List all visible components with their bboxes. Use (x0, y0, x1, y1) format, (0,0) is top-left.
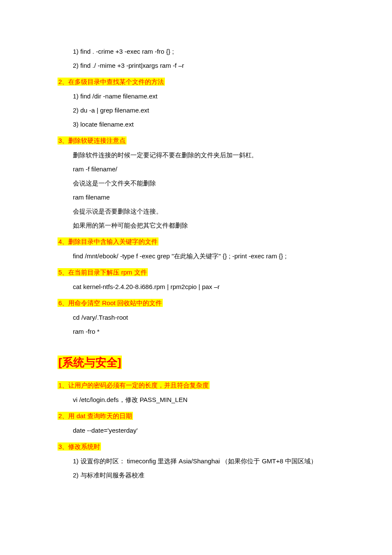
code-line: 1) find . -crime +3 -exec ram -fro {} ; (58, 46, 334, 57)
sys-heading-2: 2、用 dat 查询昨天的日期 (58, 412, 133, 420)
code-line: cd /vary/.Trash-root (58, 312, 334, 323)
document-page: 1) find . -crime +3 -exec ram -fro {} ; … (0, 0, 392, 555)
heading-row: 1、让用户的密码必须有一定的长度，并且符合复杂度 (58, 380, 334, 390)
code-line: 2) du -a | grep filename.ext (58, 105, 334, 116)
section-title-system-security: [系统与安全] (58, 356, 122, 369)
heading-row: 3、修改系统时 (58, 442, 334, 452)
heading-row: 6、用命令清空 Root 回收站中的文件 (58, 298, 334, 308)
code-line: ram -f filename/ (58, 164, 334, 174)
heading-5: 5、在当前目录下解压 rpm 文件 (58, 268, 148, 276)
code-line: 1) find /dir -name filename.ext (58, 91, 334, 101)
heading-3: 3、删除软硬连接注意点 (58, 136, 127, 145)
heading-row: 4、删除目录中含输入关键字的文件 (58, 237, 334, 247)
code-line: cat kernel-ntfs-2.4.20-8.i686.rpm | rpm2… (58, 282, 334, 292)
heading-row: 2、用 dat 查询昨天的日期 (58, 411, 334, 421)
heading-row: 2、在多级目录中查找某个文件的方法 (58, 77, 334, 87)
section-title-row: [系统与安全] (58, 354, 334, 372)
body-text: 会提示说是否要删除这个连接。 (58, 206, 334, 217)
sys-heading-3: 3、修改系统时 (58, 442, 101, 451)
heading-2: 2、在多级目录中查找某个文件的方法 (58, 78, 165, 86)
code-line: 2) find ./ -mime +3 -print|xargs ram -f … (58, 61, 334, 71)
body-text: vi /etc/login.defs，修改 PASS_MIN_LEN (58, 395, 334, 405)
heading-4: 4、删除目录中含输入关键字的文件 (58, 237, 159, 246)
sys-heading-1: 1、让用户的密码必须有一定的长度，并且符合复杂度 (58, 381, 210, 389)
code-line: date --date='yesterday' (58, 425, 334, 436)
code-line: find /mnt/ebook/ -type f -exec grep "在此输… (58, 251, 334, 261)
body-text: 1) 设置你的时区： timeconfig 里选择 Asia/Shanghai … (58, 456, 334, 466)
body-text: 如果用的第一种可能会把其它文件都删除 (58, 220, 334, 231)
body-text: 会说这是一个文件夹不能删除 (58, 178, 334, 188)
code-line: 3) locate filename.ext (58, 119, 334, 130)
heading-6: 6、用命令清空 Root 回收站中的文件 (58, 299, 163, 307)
code-line: ram -fro * (58, 327, 334, 337)
body-text: 2) 与标准时间服务器校准 (58, 470, 334, 480)
heading-row: 3、删除软硬连接注意点 (58, 136, 334, 146)
code-line: ram filename (58, 192, 334, 202)
body-text: 删除软件连接的时候一定要记得不要在删除的文件夹后加一斜杠, (58, 150, 334, 160)
heading-row: 5、在当前目录下解压 rpm 文件 (58, 267, 334, 278)
